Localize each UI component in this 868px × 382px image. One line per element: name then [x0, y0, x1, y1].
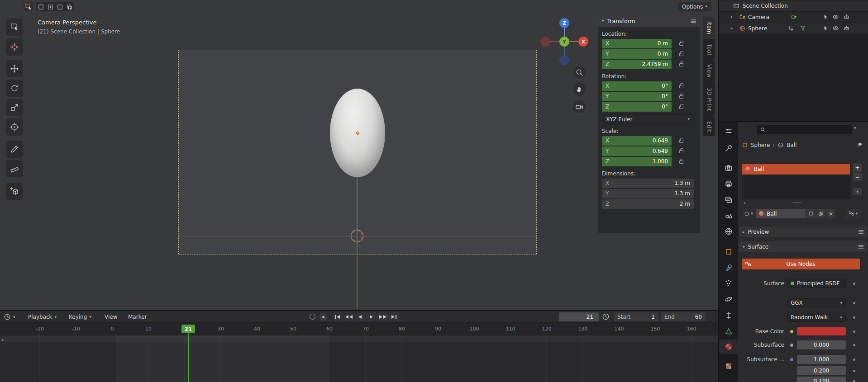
animate-decorator[interactable]: [853, 358, 855, 361]
lock-icon[interactable]: [679, 42, 683, 46]
menu-keying[interactable]: Keying ▾: [69, 313, 91, 321]
pan-button[interactable]: [573, 83, 586, 95]
frame-start-field[interactable]: Start 1: [614, 312, 658, 321]
scale-value-field[interactable]: Z 1.000: [602, 157, 672, 166]
editor-type-selector[interactable]: [719, 124, 738, 138]
tab-scene-properties[interactable]: [719, 208, 738, 222]
select-box-tool-button[interactable]: [6, 19, 23, 36]
tab-constraint-properties[interactable]: [719, 308, 738, 323]
lock-icon[interactable]: [679, 140, 683, 143]
tab-physics-properties[interactable]: [719, 292, 738, 307]
tab-texture-properties[interactable]: [719, 359, 738, 373]
fake-user-button[interactable]: [806, 209, 816, 218]
navigation-gizmo[interactable]: Z X Y: [539, 16, 590, 67]
tab-particle-properties[interactable]: [719, 276, 738, 290]
breadcrumb-object[interactable]: Sphere: [751, 142, 770, 148]
use-nodes-button[interactable]: Use Nodes: [742, 259, 860, 269]
location-value-field[interactable]: Y 0 m: [602, 49, 672, 59]
jump-to-start-button[interactable]: [332, 312, 343, 321]
select-intersect-icon[interactable]: [65, 2, 74, 11]
gizmo-negz-axis[interactable]: [559, 55, 569, 65]
unlink-material-button[interactable]: ×: [826, 209, 835, 218]
subsurface-method-dropdown[interactable]: Random Walk ▾: [787, 313, 846, 322]
transform-panel-header[interactable]: ▾ Transform: [598, 15, 700, 27]
properties-editor[interactable]: ▾ Sphere › Ball Ball ▸: [719, 122, 868, 382]
outliner-row-scene-collection[interactable]: Scene Collection: [719, 0, 868, 11]
panel-menu-icon[interactable]: [691, 19, 696, 23]
surface-shader-dropdown[interactable]: Principled BSDF: [787, 279, 846, 288]
tab-object-data-properties[interactable]: [719, 324, 738, 339]
subsurface-radius-z-field[interactable]: 0.100: [797, 377, 846, 382]
gizmo-y-axis[interactable]: Y: [559, 37, 569, 47]
material-slot-row[interactable]: Ball: [742, 164, 850, 174]
material-name-field[interactable]: Ball: [756, 209, 806, 218]
lock-icon[interactable]: [679, 53, 683, 56]
select-subtract-icon[interactable]: [55, 2, 65, 11]
tab-view-layer-properties[interactable]: [719, 193, 738, 207]
render-visibility-icon[interactable]: [843, 14, 850, 20]
selectable-toggle-icon[interactable]: [822, 14, 829, 20]
slot-list-footer[interactable]: ▸: [742, 200, 850, 205]
playhead-line[interactable]: [188, 333, 189, 382]
render-visibility-icon[interactable]: [843, 25, 850, 32]
play-button[interactable]: [366, 312, 377, 321]
outliner[interactable]: Scene Collection ▸ Camera ▸: [719, 0, 868, 121]
properties-search-input[interactable]: [757, 125, 852, 134]
transform-tool-button[interactable]: [6, 118, 23, 136]
select-extend-icon[interactable]: [46, 2, 55, 11]
tab-view[interactable]: View: [703, 60, 715, 82]
tab-render-properties[interactable]: [719, 161, 738, 175]
distribution-dropdown[interactable]: GGX ▾: [787, 298, 846, 307]
pin-icon[interactable]: [857, 142, 863, 148]
gizmo-x-axis[interactable]: X: [578, 37, 588, 47]
select-tweak-icon[interactable]: [24, 2, 33, 11]
expand-icon[interactable]: ▸: [731, 26, 733, 30]
dimension-value-field[interactable]: X 1.3 m: [602, 179, 694, 188]
prev-keyframe-button[interactable]: [343, 312, 354, 321]
subsurface-value-field[interactable]: 0.000: [797, 340, 846, 349]
rotate-tool-button[interactable]: [6, 80, 23, 97]
outliner-row-sphere[interactable]: ▸ Sphere: [719, 23, 868, 34]
properties-filter-button[interactable]: ▾: [854, 126, 856, 130]
zoom-button[interactable]: [573, 66, 586, 79]
lock-icon[interactable]: [679, 63, 683, 66]
rotation-value-field[interactable]: X 0°: [602, 81, 672, 91]
current-frame-badge[interactable]: 21: [181, 325, 195, 333]
animate-decorator[interactable]: [853, 344, 855, 346]
animate-decorator[interactable]: [853, 370, 855, 372]
timeline-editor-type-button[interactable]: ▾: [4, 313, 15, 321]
lock-icon[interactable]: [679, 85, 683, 88]
tab-tool-properties[interactable]: [719, 141, 738, 156]
browse-material-button[interactable]: ▾: [742, 209, 755, 218]
current-frame-field[interactable]: 21: [559, 312, 599, 321]
channel-expand-icon[interactable]: ▸: [2, 337, 4, 342]
menu-view[interactable]: View: [105, 313, 117, 321]
move-tool-button[interactable]: [6, 60, 23, 77]
scale-value-field[interactable]: Y 0.649: [602, 146, 672, 156]
gizmo-negx-axis[interactable]: [540, 37, 550, 47]
tab-world-properties[interactable]: [719, 224, 738, 239]
select-new-icon[interactable]: [36, 2, 46, 11]
keying-set-button[interactable]: [320, 313, 327, 321]
tab-modifier-properties[interactable]: [719, 260, 738, 275]
tab-3d-print[interactable]: 3D-Print: [703, 82, 715, 117]
timeline-editor[interactable]: ▾ Playback ▾ Keying ▾ View Marker: [0, 311, 718, 382]
node-tree-button[interactable]: ▾: [845, 209, 861, 218]
rotation-mode-dropdown[interactable]: XYZ Euler ▾: [602, 114, 694, 124]
tab-object-properties[interactable]: [719, 245, 738, 259]
lock-icon[interactable]: [679, 160, 683, 164]
new-material-button[interactable]: [816, 209, 825, 218]
jump-to-end-button[interactable]: [389, 312, 399, 321]
lock-icon[interactable]: [679, 95, 683, 99]
animate-decorator[interactable]: [853, 330, 855, 333]
breadcrumb-material[interactable]: Ball: [787, 142, 796, 148]
dimension-value-field[interactable]: Z 2 m: [602, 199, 694, 209]
eye-icon[interactable]: [832, 25, 839, 32]
outliner-row-camera[interactable]: ▸ Camera: [719, 12, 868, 23]
location-value-field[interactable]: X 0 m: [602, 39, 672, 48]
animate-decorator[interactable]: [853, 302, 855, 304]
surface-panel-header[interactable]: ▾ Surface: [739, 241, 867, 252]
scale-value-field[interactable]: X 0.649: [602, 136, 672, 146]
auto-keying-toggle[interactable]: [310, 314, 315, 320]
measure-tool-button[interactable]: [6, 160, 23, 177]
